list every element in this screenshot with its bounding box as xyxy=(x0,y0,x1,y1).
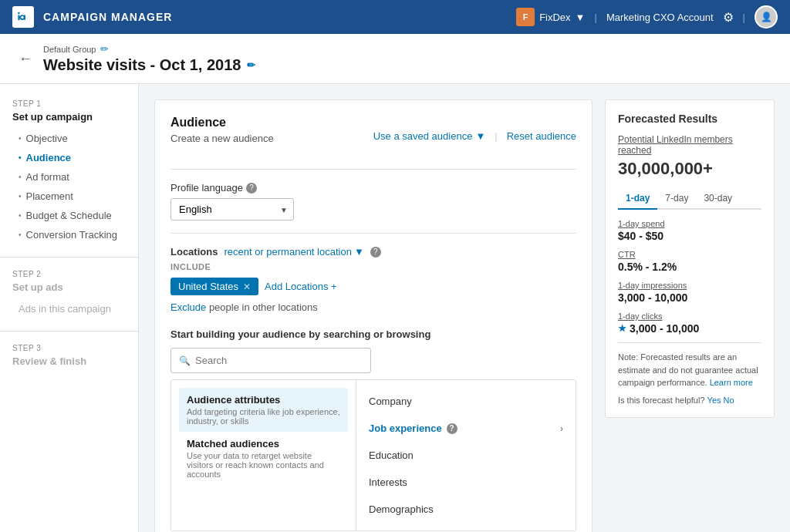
chevron-right-icon: › xyxy=(560,423,563,434)
header-content: Default Group ✏ Website visits - Oct 1, … xyxy=(43,43,255,74)
settings-button[interactable]: ⚙ xyxy=(723,10,734,25)
sidebar-divider xyxy=(0,257,138,258)
right-panel-education[interactable]: Education xyxy=(356,442,576,469)
breadcrumb-edit-icon[interactable]: ✏ xyxy=(100,43,109,55)
locations-section: Locations recent or permanent location ▼… xyxy=(170,246,576,313)
right-panel-interests[interactable]: Interests xyxy=(356,469,576,496)
audience-section-title: Audience Create a new audience xyxy=(170,116,274,157)
right-panel-company[interactable]: Company xyxy=(356,388,576,415)
left-panel: Audience attributes Add targeting criter… xyxy=(171,380,356,530)
profile-language-section: Profile language ? English French German… xyxy=(170,182,576,221)
avatar[interactable]: 👤 xyxy=(755,5,778,29)
step2-label: Step 2 xyxy=(0,270,138,278)
step2-title: Set up ads xyxy=(0,281,138,293)
step3-label: Step 3 xyxy=(0,344,138,352)
svg-rect-0 xyxy=(15,9,31,25)
page-header: ← Default Group ✏ Website visits - Oct 1… xyxy=(0,34,790,84)
step1-label: Step 1 xyxy=(0,99,138,108)
account-icon: F xyxy=(516,8,535,26)
step3-title: Review & finish xyxy=(0,355,138,367)
sidebar-divider2 xyxy=(0,331,138,332)
profile-language-select[interactable]: English French German Spanish xyxy=(170,198,294,221)
audience-search-input[interactable] xyxy=(195,355,363,366)
right-panel: Company Job experience ? › Education xyxy=(356,380,576,530)
forecast-panel: Forecasted Results Potential LinkedIn me… xyxy=(605,99,775,418)
exclude-row: Exclude people in other locations xyxy=(170,301,576,313)
audience-header-row: Audience Create a new audience Use a sav… xyxy=(170,116,576,157)
forecast-tabs: 1-day 7-day 30-day xyxy=(618,188,761,210)
location-tag-us: United States ✕ xyxy=(170,278,258,295)
sidebar-item-ads[interactable]: Ads in this campaign xyxy=(0,299,138,318)
forecast-note: Note: Forecasted results are an estimate… xyxy=(618,342,761,389)
locations-row: Locations recent or permanent location ▼… xyxy=(170,246,576,258)
forecast-helpful-row: Is this forecast helpful? Yes No xyxy=(618,396,761,405)
forecast-no-button[interactable]: No xyxy=(724,396,734,405)
forecast-metric-clicks: 1-day clicks ★ 3,000 - 10,000 xyxy=(618,311,761,335)
title-edit-icon[interactable]: ✏ xyxy=(247,59,255,71)
forecast-clicks-value: ★ 3,000 - 10,000 xyxy=(618,322,761,335)
divider1 xyxy=(170,169,576,170)
star-icon: ★ xyxy=(618,323,626,334)
forecast-tab-7day[interactable]: 7-day xyxy=(657,188,696,210)
build-title: Start building your audience by searchin… xyxy=(170,328,576,340)
audience-search-wrap: 🔍 xyxy=(170,348,371,373)
forecast-metric-spend: 1-day spend $40 - $50 xyxy=(618,219,761,242)
exclude-text: people in other locations xyxy=(209,301,318,313)
exclude-button[interactable]: Exclude xyxy=(170,301,206,313)
linkedin-logo xyxy=(12,6,34,28)
search-icon: 🔍 xyxy=(179,355,191,366)
include-label: INCLUDE xyxy=(170,262,576,271)
sidebar-item-audience[interactable]: Audience xyxy=(0,148,138,167)
profile-language-select-wrap: English French German Spanish ▼ xyxy=(170,198,294,221)
forecast-metric-ctr: CTR 0.5% - 1.2% xyxy=(618,250,761,273)
location-type-button[interactable]: recent or permanent location ▼ xyxy=(224,246,363,258)
divider2 xyxy=(170,233,576,234)
forecast-learn-more-link[interactable]: Learn more xyxy=(710,378,753,387)
right-panel-demographics[interactable]: Demographics xyxy=(356,496,576,523)
forecast-title: Forecasted Results xyxy=(618,113,761,125)
sidebar-item-objective[interactable]: Objective xyxy=(0,129,138,148)
forecast-reach-value: 30,000,000+ xyxy=(618,159,761,179)
audience-attributes-item[interactable]: Audience attributes Add targeting criter… xyxy=(179,388,348,432)
sidebar-item-placement[interactable]: Placement xyxy=(0,187,138,206)
marketing-account[interactable]: Marketing CXO Account xyxy=(606,12,714,23)
app-title: CAMPAIGN MANAGER xyxy=(43,11,172,23)
forecast-metric-impressions: 1-day impressions 3,000 - 10,000 xyxy=(618,281,761,304)
right-panel-job-experience[interactable]: Job experience ? › xyxy=(356,415,576,442)
sidebar-item-adformat[interactable]: Ad format xyxy=(0,167,138,187)
breadcrumb: Default Group ✏ xyxy=(43,43,255,55)
location-info-icon[interactable]: ? xyxy=(370,247,381,258)
sidebar-item-budget[interactable]: Budget & Schedule xyxy=(0,206,138,225)
profile-language-label: Profile language ? xyxy=(170,182,576,194)
audience-builder: Audience attributes Add targeting criter… xyxy=(170,379,576,531)
matched-audiences-item[interactable]: Matched audiences Use your data to retar… xyxy=(179,432,348,485)
account-name: FixDex xyxy=(539,12,570,23)
page-title: Website visits - Oct 1, 2018 ✏ xyxy=(43,56,255,74)
audience-panel: Audience Create a new audience Use a sav… xyxy=(154,99,592,532)
profile-language-info-icon[interactable]: ? xyxy=(246,183,257,194)
sidebar-item-conversion[interactable]: Conversion Tracking xyxy=(0,225,138,244)
forecast-yes-button[interactable]: Yes xyxy=(707,396,721,405)
tag-close-icon[interactable]: ✕ xyxy=(243,281,251,292)
account-selector[interactable]: F FixDex ▼ xyxy=(516,8,585,26)
audience-actions: Use a saved audience ▼ | Reset audience xyxy=(373,130,576,142)
sidebar: Step 1 Set up campaign Objective Audienc… xyxy=(0,84,139,532)
topnav-right: F FixDex ▼ | Marketing CXO Account ⚙ | 👤 xyxy=(516,5,778,29)
step1-title: Set up campaign xyxy=(0,111,138,123)
topnav-left: CAMPAIGN MANAGER xyxy=(12,6,172,28)
forecast-tab-1day[interactable]: 1-day xyxy=(618,188,657,210)
build-audience-section: Start building your audience by searchin… xyxy=(170,328,576,531)
forecast-reach-label: Potential LinkedIn members reached xyxy=(618,134,761,156)
saved-audience-button[interactable]: Use a saved audience ▼ xyxy=(373,130,486,142)
job-exp-info-icon[interactable]: ? xyxy=(447,423,457,434)
forecast-tab-30day[interactable]: 30-day xyxy=(696,188,740,210)
location-tags: United States ✕ Add Locations + xyxy=(170,278,576,295)
add-location-button[interactable]: Add Locations + xyxy=(265,281,337,292)
reset-audience-button[interactable]: Reset audience xyxy=(507,130,576,142)
back-button[interactable]: ← xyxy=(19,51,32,67)
